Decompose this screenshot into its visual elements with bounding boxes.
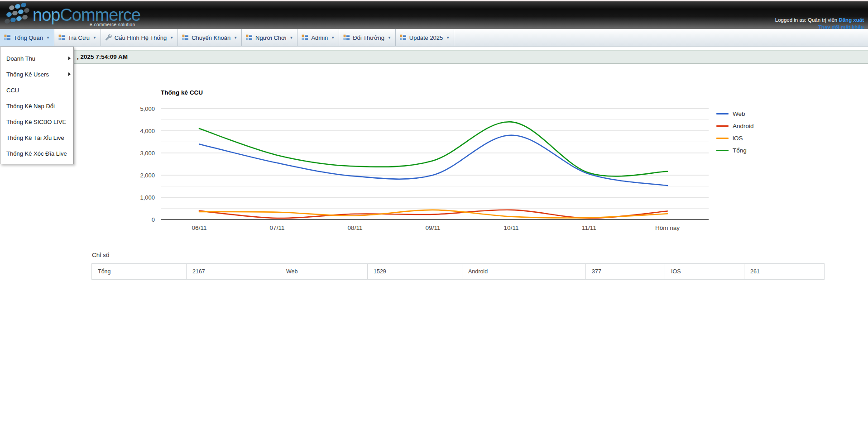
menu-item-label: Chuyển Khoản [192,34,230,41]
legend-label: Android [733,123,754,129]
indicators-table: Tổng2167Web1529Android377IOS261 [91,263,825,280]
y-axis-tick-label: 1,000 [140,194,155,201]
legend-swatch [716,150,729,151]
dropdown-item-thong-ke-sicbo-live[interactable]: Thống Kê SICBO LIVE [0,114,73,130]
indicator-cell-value: 261 [744,264,825,280]
ccu-line-chart: 01,0002,0003,0004,0005,00006/1107/1108/1… [136,102,715,234]
dropdown-item-doanh-thu[interactable]: Doanh Thu [0,51,73,67]
chart-legend: WebAndroidiOSTổng [716,108,754,157]
legend-item-tong: Tổng [716,144,754,157]
indicator-cell-label: Android [462,264,586,280]
menu-item-chuyen-khoan[interactable]: Chuyển Khoản▼ [178,29,242,46]
menu-item-label: Tổng Quan [14,34,43,41]
x-axis-tick-label: 11/11 [582,224,596,231]
chevron-down-icon: ▼ [93,36,96,40]
series-line-tong [199,122,667,176]
chevron-down-icon: ▼ [289,36,293,40]
legend-swatch [716,113,729,114]
dropdown-item-label: Thống Kê Users [6,71,49,78]
grid-icon [246,34,253,41]
menu-item-oi-thuong[interactable]: Đổi Thưởng▼ [339,29,396,46]
logged-in-line: Logged in as: Quản trị viên Đăng xuất [775,17,864,23]
dropdown-item-thong-ke-xoc-ia-live[interactable]: Thống Kê Xóc Đĩa Live [0,146,73,162]
indicator-cell-label: Web [280,264,368,280]
y-axis-tick-label: 0 [152,216,155,223]
logo-dots-icon [4,2,30,27]
menu-item-nguoi-choi[interactable]: Người Chơi▼ [242,29,297,46]
grid-icon [400,34,407,41]
chevron-down-icon: ▼ [446,36,450,40]
logo-text-nop: nop [33,5,60,24]
indicator-cell-label: Tổng [92,264,187,280]
x-axis-tick-label: 06/11 [192,224,207,231]
nopcommerce-logo: nopCommerce e-commerce solution [4,2,140,28]
app-header: nopCommerce e-commerce solution Logged i… [0,1,868,29]
menu-item-label: Admin [311,34,328,41]
login-area: Logged in as: Quản trị viên Đăng xuất Th… [775,17,864,30]
admin-page: nopCommerce e-commerce solution Logged i… [0,0,868,429]
x-axis-tick-label: 09/11 [426,224,441,231]
wrench-icon [105,34,112,41]
legend-label: iOS [733,135,743,142]
logo-text-commerce: Commerce [60,5,140,24]
x-axis-tick-label: Hôm nay [655,224,680,231]
menu-item-tong-quan[interactable]: Tổng Quan▼ [0,29,54,46]
logout-link[interactable]: Đăng xuất [839,17,864,23]
indicators-row: Tổng2167Web1529Android377IOS261 [92,264,825,280]
submenu-arrow-icon [68,57,71,60]
indicator-cell-label: IOS [665,264,744,280]
dropdown-item-label: Thống Kê Nạp Đổi [6,103,55,110]
chevron-down-icon: ▼ [388,36,391,40]
x-axis-tick-label: 07/11 [270,224,285,231]
dropdown-item-thong-ke-users[interactable]: Thống Kê Users [0,67,73,82]
legend-item-android: Android [716,120,754,132]
legend-label: Tổng [733,147,747,154]
dropdown-item-label: Thống Kê Tài Xỉu Live [6,134,64,141]
menu-item-tra-cuu[interactable]: Tra Cứu▼ [54,29,101,46]
legend-item-web: Web [716,108,754,120]
dropdown-item-label: Thống Kê SICBO LIVE [6,119,66,125]
y-axis-tick-label: 2,000 [140,172,155,179]
menu-item-label: Đổi Thưởng [353,34,384,41]
legend-label: Web [733,110,745,117]
menu-item-label: Tra Cứu [68,34,90,41]
status-datetime-text: , 2025 7:54:09 AM [77,51,128,63]
indicator-cell-value: 377 [586,264,665,280]
indicators-title: Chỉ số [92,252,109,258]
indicator-cell-value: 1529 [368,264,462,280]
dropdown-item-label: Thống Kê Xóc Đĩa Live [6,150,67,157]
menu-item-label: Update 2025 [409,34,443,41]
menu-item-admin[interactable]: Admin▼ [297,29,339,46]
y-axis-tick-label: 3,000 [140,150,155,157]
dropdown-item-label: Doanh Thu [6,55,35,62]
chart-title: Thống kê CCU [161,89,203,96]
main-menu-bar: Tổng Quan▼Tra Cứu▼Cấu Hình Hệ Thống▼Chuy… [0,29,868,47]
chevron-down-icon: ▼ [46,36,50,40]
dropdown-item-thong-ke-tai-xiu-live[interactable]: Thống Kê Tài Xỉu Live [0,130,73,146]
dropdown-item-label: CCU [6,87,19,94]
grid-icon [4,34,11,41]
chevron-down-icon: ▼ [234,36,237,40]
grid-icon [58,34,66,41]
tong-quan-dropdown-menu: Doanh ThuThống Kê UsersCCUThống Kê Nạp Đ… [0,47,74,164]
menu-item-label: Cấu Hình Hệ Thống [115,34,167,41]
menu-item-label: Người Chơi [255,34,286,41]
x-axis-tick-label: 08/11 [348,224,363,231]
legend-swatch [716,138,729,139]
dropdown-item-thong-ke-nap-oi[interactable]: Thống Kê Nạp Đổi [0,98,73,114]
grid-icon [302,34,309,41]
dropdown-item-ccu[interactable]: CCU [0,82,73,98]
status-bar: , 2025 7:54:09 AM [0,50,868,64]
chevron-down-icon: ▼ [331,36,335,40]
indicator-cell-value: 2167 [187,264,280,280]
grid-icon [343,34,350,41]
grid-icon [182,34,189,41]
logo-tagline: e-commerce solution [90,22,135,27]
legend-swatch [716,125,729,127]
submenu-arrow-icon [68,72,71,76]
menu-item-cau-hinh-he-thong[interactable]: Cấu Hình Hệ Thống▼ [101,29,178,46]
x-axis-tick-label: 10/11 [504,224,519,231]
legend-item-ios: iOS [716,132,754,144]
y-axis-tick-label: 4,000 [140,128,155,134]
menu-item-update-2025[interactable]: Update 2025▼ [396,29,454,46]
